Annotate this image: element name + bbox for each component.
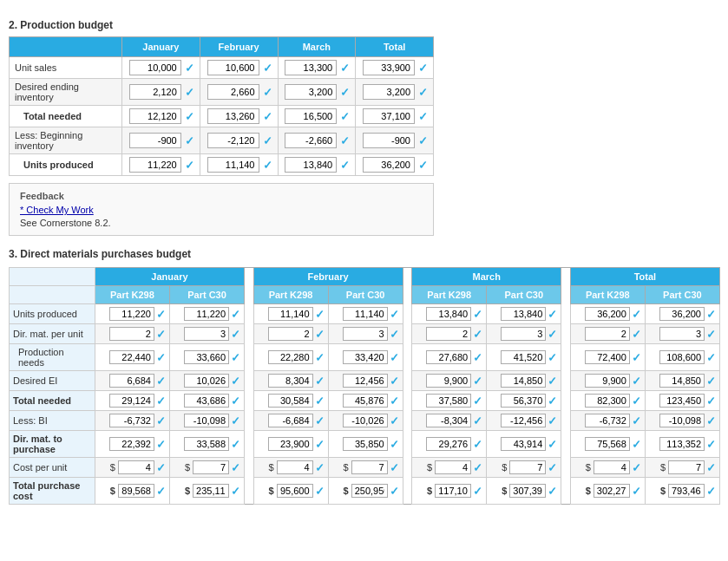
dm-input-6-6[interactable] [585, 437, 630, 451]
prod-input-1-0[interactable] [129, 84, 181, 100]
dm-input-7-7[interactable] [668, 460, 705, 474]
dm-input-4-5[interactable] [501, 394, 546, 408]
dm-input-2-2[interactable] [268, 350, 313, 364]
dm-input-3-3[interactable] [343, 374, 388, 388]
prod-input-1-2[interactable] [285, 84, 337, 100]
prod-input-2-1[interactable] [207, 108, 259, 124]
dm-input-4-6[interactable] [585, 394, 630, 408]
dm-input-5-1[interactable] [184, 414, 229, 427]
dm-input-2-6[interactable] [585, 350, 630, 364]
prod-input-0-2[interactable] [285, 60, 337, 75]
dm-input-0-7[interactable] [659, 307, 705, 321]
dm-input-0-0[interactable] [109, 307, 154, 321]
dm-input-2-3[interactable] [343, 350, 388, 364]
dm-input-2-4[interactable] [426, 350, 471, 364]
dm-input-3-1[interactable] [184, 374, 229, 388]
dm-input-7-2[interactable] [277, 460, 313, 474]
dm-input-3-0[interactable] [109, 374, 154, 388]
prod-row-label-0: Unit sales [10, 57, 122, 79]
check-my-work-link[interactable]: * Check My Work [20, 205, 423, 215]
dm-input-5-2[interactable] [268, 414, 313, 427]
feedback-title: Feedback [20, 191, 423, 201]
prod-input-3-0[interactable] [129, 133, 181, 148]
dm-input-4-7[interactable] [659, 394, 705, 408]
dm-input-1-6[interactable] [585, 327, 630, 341]
check-icon-dm-4-0: ✓ [156, 395, 166, 408]
dm-input-8-7[interactable] [668, 484, 705, 498]
prod-input-4-0[interactable] [129, 157, 181, 173]
dm-input-3-7[interactable] [659, 374, 705, 388]
dm-input-8-6[interactable] [594, 484, 630, 498]
dm-input-2-0[interactable] [109, 350, 154, 364]
dm-input-7-4[interactable] [435, 460, 471, 474]
prod-input-1-1[interactable] [207, 84, 259, 100]
dm-input-6-1[interactable] [184, 437, 229, 451]
dm-input-6-0[interactable] [109, 437, 154, 451]
dm-input-3-4[interactable] [426, 374, 471, 388]
dm-input-1-0[interactable] [109, 327, 154, 341]
dm-input-5-7[interactable] [659, 414, 705, 427]
dm-input-6-4[interactable] [426, 437, 471, 451]
dm-input-0-5[interactable] [501, 307, 546, 321]
dm-input-8-5[interactable] [509, 484, 546, 498]
dm-input-7-3[interactable] [351, 460, 388, 474]
prod-input-1-3[interactable] [363, 84, 415, 100]
dm-input-6-2[interactable] [268, 437, 313, 451]
prod-input-2-2[interactable] [285, 108, 337, 124]
dm-input-3-6[interactable] [585, 374, 630, 388]
check-icon-dm-7-7: ✓ [706, 461, 716, 474]
prod-input-0-0[interactable] [129, 60, 181, 75]
prod-input-2-3[interactable] [363, 108, 415, 124]
dm-input-2-5[interactable] [501, 350, 546, 364]
dm-cell-8-3: $✓ [328, 478, 403, 505]
dm-input-5-6[interactable] [585, 414, 630, 427]
dm-input-7-5[interactable] [509, 460, 546, 474]
prod-input-0-3[interactable] [363, 60, 415, 75]
dm-input-4-3[interactable] [343, 394, 388, 408]
dm-input-1-1[interactable] [184, 327, 229, 341]
dm-input-6-5[interactable] [501, 437, 546, 451]
dm-input-2-1[interactable] [184, 350, 229, 364]
dm-input-4-2[interactable] [268, 394, 313, 408]
check-icon-prod-4-2: ✓ [340, 159, 350, 172]
dm-input-7-0[interactable] [118, 460, 154, 474]
prod-input-0-1[interactable] [207, 60, 259, 75]
dm-input-8-2[interactable] [277, 484, 313, 498]
dm-input-8-1[interactable] [193, 484, 229, 498]
dm-input-8-4[interactable] [435, 484, 471, 498]
dm-input-6-3[interactable] [343, 437, 388, 451]
dm-input-5-4[interactable] [426, 414, 471, 427]
dm-input-4-0[interactable] [109, 394, 154, 408]
dm-input-8-3[interactable] [351, 484, 388, 498]
dm-input-1-3[interactable] [343, 327, 388, 341]
prod-input-3-2[interactable] [285, 133, 337, 148]
dm-input-5-5[interactable] [501, 414, 546, 427]
dm-input-7-6[interactable] [594, 460, 630, 474]
dm-input-0-4[interactable] [426, 307, 471, 321]
prod-input-2-0[interactable] [129, 108, 181, 124]
prod-input-3-1[interactable] [207, 133, 259, 148]
prod-input-3-3[interactable] [363, 133, 415, 148]
dm-input-1-5[interactable] [501, 327, 546, 341]
dm-input-1-2[interactable] [268, 327, 313, 341]
dm-input-6-7[interactable] [659, 437, 705, 451]
dm-input-3-2[interactable] [268, 374, 313, 388]
prod-input-4-2[interactable] [285, 157, 337, 173]
prod-input-4-1[interactable] [207, 157, 259, 173]
prod-input-4-3[interactable] [363, 157, 415, 173]
dm-input-0-1[interactable] [184, 307, 229, 321]
dm-input-1-7[interactable] [659, 327, 705, 341]
dm-input-8-0[interactable] [118, 484, 154, 498]
dm-input-4-4[interactable] [426, 394, 471, 408]
dm-input-0-6[interactable] [585, 307, 630, 321]
dm-input-3-5[interactable] [501, 374, 546, 388]
dm-input-0-2[interactable] [268, 307, 313, 321]
dm-input-1-4[interactable] [426, 327, 471, 341]
dm-input-4-1[interactable] [184, 394, 229, 408]
dm-input-5-0[interactable] [109, 414, 154, 427]
dm-input-2-7[interactable] [659, 350, 705, 364]
dm-input-5-3[interactable] [343, 414, 388, 427]
dm-input-7-1[interactable] [193, 460, 229, 474]
dm-input-0-3[interactable] [343, 307, 388, 321]
dm-cell-0-5: ✓ [487, 304, 561, 324]
